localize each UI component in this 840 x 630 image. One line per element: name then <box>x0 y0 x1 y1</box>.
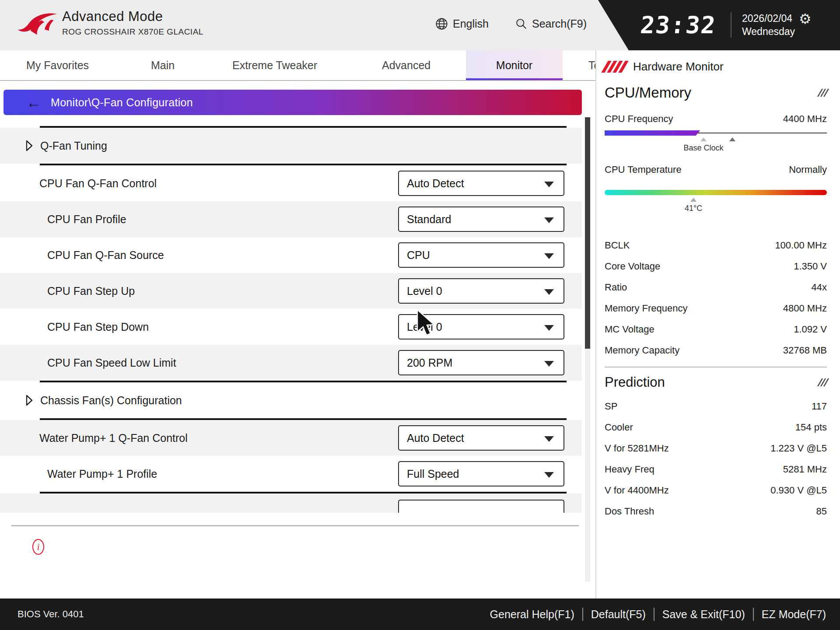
footer-action-0[interactable]: General Help(F1) <box>490 608 574 621</box>
stat-row: Memory Capacity32768 MB <box>605 344 827 357</box>
stat-label: Cooler <box>605 422 633 433</box>
stat-row: Memory Frequency4800 MHz <box>605 302 827 315</box>
dropdown-value: Level 0 <box>407 321 442 333</box>
stat-value: 4800 MHz <box>783 303 827 314</box>
cpu-temperature-value: Normally <box>789 164 827 175</box>
section-label: Chassis Fan(s) Configuration <box>40 394 182 407</box>
search-button[interactable]: Search(F9) <box>515 18 587 30</box>
action-separator <box>753 608 754 621</box>
tab-advanced[interactable]: Advanced <box>382 50 430 80</box>
setting-row: Water Pump+ 1 Q-Fan ControlAuto Detect <box>0 420 582 456</box>
dropdown-value: Auto Detect <box>407 432 464 444</box>
stat-row: Core Voltage1.350 V <box>605 260 827 273</box>
collapse-icon[interactable] <box>819 378 827 386</box>
hardware-monitor-panel: Hardware Monitor CPU/Memory CPU Frequenc… <box>598 50 840 598</box>
setting-row: CPU Fan Step DownLevel 0 <box>0 309 582 345</box>
stat-row: Cooler154 pts <box>605 421 827 434</box>
stat-value: 1.223 V @L5 <box>770 443 827 454</box>
language-label: English <box>453 18 489 30</box>
stat-label: Memory Frequency <box>605 303 688 314</box>
section-label: Q-Fan Tuning <box>40 140 107 152</box>
cpu-frequency-value: 4400 MHz <box>783 113 827 125</box>
tab-monitor[interactable]: Monitor <box>466 50 563 80</box>
clock-panel: 23:32 2026/02/04 Wednesday ⚙ <box>595 0 840 50</box>
setting-label: CPU Fan Speed Low Limit <box>0 357 176 369</box>
tab-main[interactable]: Main <box>151 50 175 80</box>
setting-dropdown[interactable]: Standard <box>398 206 564 232</box>
collapse-icon[interactable] <box>819 89 827 97</box>
stat-row: SP117 <box>605 400 827 413</box>
scrollbar-track[interactable] <box>585 117 590 582</box>
marker-triangle-icon <box>700 137 707 141</box>
cpu-frequency-label: CPU Frequency <box>605 113 673 125</box>
expand-arrow-icon <box>25 395 33 406</box>
info-icon: i <box>32 539 44 555</box>
search-label: Search(F9) <box>532 18 587 30</box>
footer-action-3[interactable]: EZ Mode(F7) <box>762 608 826 621</box>
setting-dropdown[interactable]: Auto Detect <box>398 425 564 451</box>
setting-row: Water Pump+ 1 ProfileFull Speed <box>0 456 582 492</box>
stat-row: MC Voltage1.092 V <box>605 323 827 336</box>
setting-dropdown[interactable]: Level 0 <box>398 314 564 340</box>
breadcrumb-text: Monitor\Q-Fan Configuration <box>51 96 193 109</box>
gear-icon[interactable]: ⚙ <box>799 10 812 27</box>
cpu-memory-stats: BCLK100.00 MHzCore Voltage1.350 VRatio44… <box>605 239 827 357</box>
prediction-stats: SP117Cooler154 ptsV for 5281MHz1.223 V @… <box>605 400 827 518</box>
setting-dropdown[interactable]: Full Speed <box>398 461 564 486</box>
scrollbar-thumb[interactable] <box>585 117 590 349</box>
mode-title: Advanced Mode <box>62 9 163 24</box>
panel-divider <box>595 50 596 598</box>
setting-row: CPU Fan Q-Fan SourceCPU <box>0 237 582 273</box>
cpu-temperature-bar: 41°C <box>605 190 827 216</box>
frequency-fill-bar <box>605 130 700 136</box>
stat-row: Dos Thresh85 <box>605 505 827 518</box>
setting-dropdown[interactable]: 200 RPM <box>398 350 564 375</box>
footer-action-2[interactable]: Save & Exit(F10) <box>662 608 745 621</box>
chevron-down-icon <box>544 217 554 223</box>
cpu-temperature-label: CPU Temperature <box>605 164 682 175</box>
back-arrow-icon[interactable]: ← <box>26 95 41 110</box>
language-selector[interactable]: English <box>435 18 489 30</box>
section-row[interactable]: Q-Fan Tuning <box>0 128 582 164</box>
day-value: Wednesday <box>742 25 795 38</box>
setting-label: CPU Fan Q-Fan Control <box>0 177 157 190</box>
setting-label: CPU Fan Step Up <box>0 285 135 298</box>
setting-dropdown[interactable] <box>398 500 564 513</box>
chevron-down-icon <box>544 361 554 367</box>
setting-label: CPU Fan Q-Fan Source <box>0 249 164 262</box>
setting-label: Water Pump+ 1 Profile <box>0 468 157 480</box>
stat-label: Heavy Freq <box>605 464 654 475</box>
marker-triangle-icon <box>729 137 735 141</box>
footer-action-1[interactable]: Default(F5) <box>591 608 646 621</box>
dropdown-value: Full Speed <box>407 468 459 480</box>
cpu-memory-section-header: CPU/Memory <box>605 83 827 102</box>
stat-value: 5281 MHz <box>783 464 827 475</box>
stat-label: V for 4400MHz <box>605 485 669 496</box>
chevron-down-icon <box>544 325 554 331</box>
tab-extreme-tweaker[interactable]: Extreme Tweaker <box>232 50 317 80</box>
stat-row: Heavy Freq5281 MHz <box>605 463 827 476</box>
stat-row: V for 5281MHz1.223 V @L5 <box>605 442 827 455</box>
section-row[interactable]: Chassis Fan(s) Configuration <box>0 382 582 418</box>
tab-my-favorites[interactable]: My Favorites <box>26 50 89 80</box>
clock-time: 23:32 <box>639 11 718 39</box>
section-divider <box>605 367 827 368</box>
dropdown-value: 200 RPM <box>407 357 452 369</box>
tab-bar: My FavoritesMainExtreme TweakerAdvancedM… <box>0 50 596 81</box>
clock-date: 2026/02/04 Wednesday <box>742 12 795 38</box>
stat-label: MC Voltage <box>605 324 654 335</box>
setting-dropdown[interactable]: Auto Detect <box>398 171 564 196</box>
cpu-temperature-row: CPU Temperature Normally <box>605 164 827 176</box>
setting-row: CPU Fan Q-Fan ControlAuto Detect <box>0 165 582 201</box>
setting-row: CPU Fan Speed Low Limit200 RPM <box>0 345 582 381</box>
expand-arrow-icon <box>25 140 33 151</box>
marker-label: Base Clock <box>684 144 724 153</box>
info-divider <box>11 525 579 526</box>
setting-dropdown[interactable]: CPU <box>398 242 564 268</box>
dropdown-value: CPU <box>407 249 430 262</box>
stat-value: 117 <box>812 401 827 412</box>
stat-value: 1.092 V <box>794 324 827 335</box>
chevron-down-icon <box>544 472 554 478</box>
setting-dropdown[interactable]: Level 0 <box>398 278 564 304</box>
stat-row: V for 4400MHz0.930 V @L5 <box>605 484 827 497</box>
